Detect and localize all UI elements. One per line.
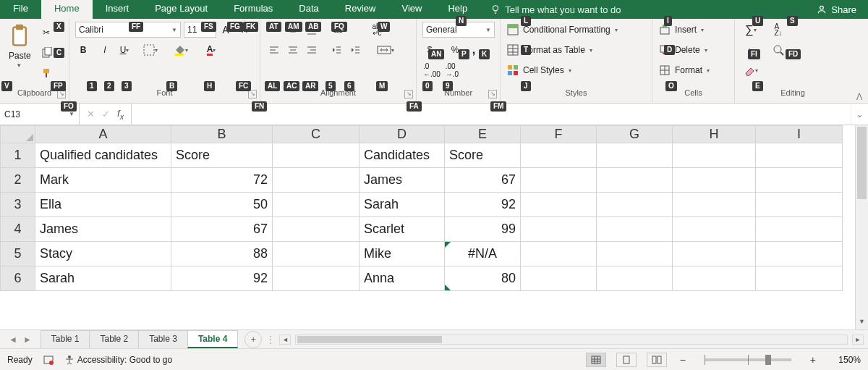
column-header[interactable]: A [35, 126, 171, 143]
cell[interactable] [521, 217, 597, 242]
cell[interactable] [273, 242, 359, 266]
cell[interactable]: Candidates [359, 143, 445, 168]
tab-nav-next-icon[interactable]: ► [23, 335, 32, 345]
sheet-tab[interactable]: Table 4 [187, 330, 238, 348]
increase-decimal-button[interactable]: .0←.00 [422, 62, 441, 78]
cell[interactable] [597, 143, 673, 168]
cell[interactable]: 80 [445, 266, 521, 291]
cell[interactable] [673, 193, 756, 217]
horizontal-scrollbar[interactable] [295, 335, 848, 345]
font-color-button[interactable]: A▾ [201, 42, 226, 58]
cell[interactable]: #N/A [445, 242, 521, 266]
cell[interactable]: Sarah [359, 193, 445, 217]
scrollbar-thumb[interactable] [297, 336, 442, 343]
hscroll-left-icon[interactable]: ◄ [279, 335, 291, 345]
cell[interactable] [597, 242, 673, 266]
cell[interactable] [756, 143, 843, 168]
cell[interactable] [521, 266, 597, 291]
tab-insert[interactable]: Insert [93, 0, 142, 19]
column-header[interactable]: D [359, 126, 445, 143]
cell[interactable] [273, 168, 359, 193]
row-header[interactable]: 1 [1, 143, 35, 168]
row-header[interactable]: 5 [1, 242, 35, 266]
column-header[interactable]: H [673, 126, 756, 143]
cell[interactable]: Score [171, 143, 273, 168]
cell[interactable]: James [359, 168, 445, 193]
accessibility-status[interactable]: Accessibility: Good to go [77, 355, 172, 365]
sheet-tab[interactable]: Table 3 [138, 330, 188, 348]
cell[interactable]: Sarah [35, 266, 171, 291]
column-header[interactable]: C [273, 126, 359, 143]
cell[interactable]: 92 [445, 193, 521, 217]
cell[interactable] [756, 168, 843, 193]
cell[interactable] [521, 242, 597, 266]
italic-button[interactable]: I [97, 42, 113, 58]
cell[interactable] [597, 217, 673, 242]
scrollbar-thumb[interactable] [857, 127, 867, 199]
increase-indent-button[interactable] [347, 42, 363, 58]
borders-button[interactable]: ▾ [140, 42, 165, 58]
cell[interactable]: Scarlet [359, 217, 445, 242]
tab-formulas[interactable]: Formulas [221, 0, 286, 19]
cell[interactable] [273, 217, 359, 242]
column-header[interactable]: B [171, 126, 273, 143]
cell[interactable] [673, 217, 756, 242]
cell[interactable]: James [35, 217, 171, 242]
row-header[interactable]: 6 [1, 266, 35, 291]
tell-me[interactable]: Tell me what you want to do [485, 0, 626, 19]
cut-button[interactable]: ✂ [38, 25, 54, 41]
cell[interactable] [756, 217, 843, 242]
cell[interactable] [756, 266, 843, 291]
expand-formula-bar-icon[interactable]: ⌄ [851, 104, 868, 125]
cell[interactable] [673, 266, 756, 291]
column-header[interactable]: G [597, 126, 673, 143]
cell[interactable] [673, 168, 756, 193]
cancel-formula-icon[interactable]: ✕ [87, 109, 95, 119]
view-page-break-button[interactable] [647, 353, 667, 367]
worksheet-grid[interactable]: ABCDEFGHI1Qualified candidatesScoreCandi… [0, 125, 868, 329]
column-header[interactable]: E [445, 126, 521, 143]
cell[interactable] [521, 193, 597, 217]
sheet-tab[interactable]: Table 2 [89, 330, 139, 348]
cell[interactable]: Stacy [35, 242, 171, 266]
format-painter-button[interactable] [38, 65, 54, 81]
column-header[interactable]: I [756, 126, 843, 143]
cell[interactable] [673, 143, 756, 168]
format-cells-button[interactable]: Format▾ [658, 62, 728, 78]
cell[interactable] [756, 193, 843, 217]
cell-styles-button[interactable]: Cell Styles▾ [506, 62, 600, 78]
cell[interactable] [273, 143, 359, 168]
enter-formula-icon[interactable]: ✓ [102, 109, 110, 119]
tab-data[interactable]: Data [286, 0, 331, 19]
select-all-corner[interactable] [1, 126, 35, 143]
zoom-out-button[interactable]: − [677, 354, 689, 366]
new-sheet-button[interactable]: + [244, 331, 262, 348]
cell[interactable] [273, 193, 359, 217]
tab-review[interactable]: Review [332, 0, 389, 19]
row-header[interactable]: 2 [1, 168, 35, 193]
cell[interactable] [597, 168, 673, 193]
decrease-indent-button[interactable] [328, 42, 344, 58]
cell[interactable]: Ella [35, 193, 171, 217]
tab-home[interactable]: Home [41, 0, 93, 19]
fx-icon[interactable]: fx [117, 108, 124, 121]
zoom-in-button[interactable]: + [807, 354, 819, 366]
dialog-launcher-icon[interactable]: ↘ [404, 90, 413, 98]
cell[interactable]: 67 [445, 168, 521, 193]
collapse-ribbon-icon[interactable]: ⋀ [856, 92, 862, 100]
align-left-button[interactable] [266, 42, 282, 58]
cell[interactable] [521, 168, 597, 193]
view-page-layout-button[interactable] [616, 353, 637, 367]
tab-nav-prev-icon[interactable]: ◄ [9, 335, 17, 345]
tab-split-handle-icon[interactable]: ⋮ [266, 335, 275, 345]
copy-button[interactable] [38, 45, 54, 61]
font-name-combo[interactable]: Calibri▼ [75, 22, 181, 38]
cell[interactable] [521, 143, 597, 168]
cell[interactable] [756, 242, 843, 266]
sheet-tab[interactable]: Table 1 [41, 330, 90, 348]
sort-filter-button[interactable]: AZ↓ [768, 22, 788, 38]
vertical-scrollbar[interactable]: ▲ ▼ [855, 125, 868, 329]
cell[interactable]: 92 [171, 266, 273, 291]
tab-page-layout[interactable]: Page Layout [142, 0, 221, 19]
cell[interactable]: 50 [171, 193, 273, 217]
